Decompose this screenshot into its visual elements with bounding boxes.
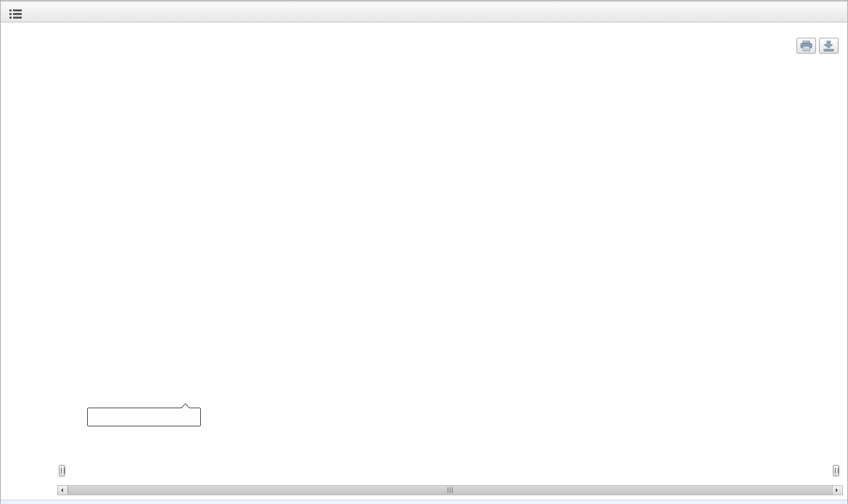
download-chart-button[interactable]	[819, 38, 839, 54]
plot-area[interactable]	[56, 139, 843, 416]
page-header	[1, 1, 847, 22]
scrollbar-left-button[interactable]	[58, 486, 68, 495]
app-window	[0, 0, 848, 504]
navigator[interactable]	[57, 456, 843, 485]
download-icon	[823, 41, 834, 51]
footer-divider	[1, 500, 847, 504]
list-menu-icon[interactable]	[9, 9, 22, 18]
export-buttons	[796, 38, 839, 54]
page-footer-strip	[1, 497, 847, 503]
crosshair-date-label	[87, 408, 201, 426]
list-icon	[9, 9, 22, 19]
scrollbar-right-button[interactable]	[832, 486, 842, 495]
scrollbar-grip-icon	[448, 487, 453, 493]
arrow-left-icon	[61, 488, 63, 492]
navigator-right-handle[interactable]	[833, 465, 839, 476]
navigator-left-handle[interactable]	[59, 465, 65, 476]
scrollbar-thumb[interactable]	[67, 486, 833, 495]
h-scrollbar[interactable]	[57, 485, 843, 495]
printer-icon	[800, 41, 812, 51]
print-chart-button[interactable]	[796, 38, 816, 54]
arrow-right-icon	[836, 488, 838, 492]
chart-panel	[1, 23, 847, 497]
